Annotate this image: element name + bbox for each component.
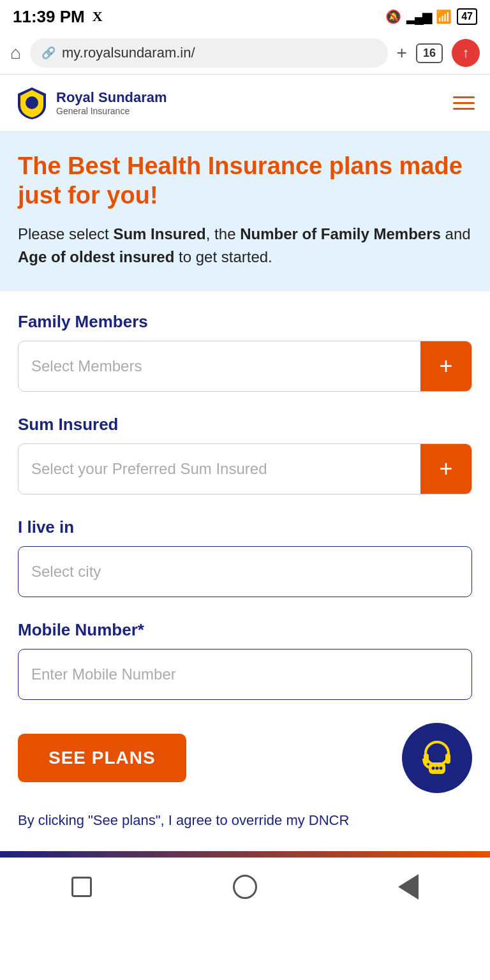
battery-icon: 47 — [457, 8, 477, 25]
svg-point-6 — [436, 767, 439, 770]
see-plans-button[interactable]: SEE PLANS — [18, 734, 186, 782]
members-select-field[interactable]: + — [18, 341, 472, 392]
logo-text: Royal Sundaram General Insurance — [56, 89, 167, 116]
hero-banner: The Best Health Insurance plans made jus… — [0, 131, 490, 292]
circle-icon — [233, 875, 257, 899]
chat-headset-icon — [415, 736, 459, 780]
svg-point-5 — [432, 767, 435, 770]
family-members-group: Family Members + — [18, 312, 472, 392]
hero-description: Please select Sum Insured, the Number of… — [18, 223, 472, 269]
logo-name: Royal Sundaram — [56, 89, 167, 106]
form-actions: SEE PLANS — [18, 723, 472, 793]
home-icon[interactable]: ⌂ — [10, 43, 21, 63]
svg-point-1 — [426, 742, 449, 765]
chat-widget-button[interactable] — [402, 723, 472, 793]
city-label: I live in — [18, 517, 472, 537]
city-input[interactable] — [18, 546, 472, 597]
wifi-icon: 📶 — [436, 9, 452, 24]
android-back-button[interactable] — [392, 871, 424, 903]
svg-rect-3 — [445, 754, 450, 764]
status-time: 11:39 PM — [13, 7, 85, 27]
form-area: Family Members + Sum Insured + I live in… — [0, 292, 490, 851]
sum-select-field[interactable]: + — [18, 443, 472, 494]
mobile-label: Mobile Number* — [18, 620, 472, 640]
status-bar: 11:39 PM X 🔕 ▂▄▆ 📶 47 — [0, 0, 490, 32]
android-nav-bar — [0, 858, 490, 914]
dncr-text: By clicking "See plans", I agree to over… — [18, 811, 472, 831]
bold-family-members: Number of Family Members — [240, 225, 441, 242]
bold-age-oldest: Age of oldest insured — [18, 248, 174, 265]
update-arrow-icon: ↑ — [463, 45, 470, 61]
hamburger-line-2 — [453, 102, 475, 104]
members-add-button[interactable]: + — [420, 341, 471, 391]
url-text: my.royalsundaram.in/ — [62, 45, 195, 61]
svg-point-7 — [440, 767, 443, 770]
android-recent-button[interactable] — [66, 871, 98, 903]
logo-area: Royal Sundaram General Insurance — [15, 86, 167, 119]
mute-icon: 🔕 — [385, 9, 401, 24]
new-tab-button[interactable]: + — [397, 43, 407, 63]
square-icon — [71, 877, 92, 897]
hero-title: The Best Health Insurance plans made jus… — [18, 152, 472, 210]
mobile-input[interactable] — [18, 649, 472, 700]
triangle-icon — [398, 874, 419, 900]
android-home-button[interactable] — [229, 871, 261, 903]
sum-plus-icon: + — [439, 457, 452, 480]
status-icons: 🔕 ▂▄▆ 📶 47 — [385, 8, 477, 25]
logo-shield-icon — [15, 86, 48, 119]
site-header: Royal Sundaram General Insurance — [0, 75, 490, 131]
url-box[interactable]: 🔗 my.royalsundaram.in/ — [30, 38, 388, 68]
svg-point-0 — [26, 96, 38, 109]
hamburger-line-1 — [453, 96, 475, 98]
url-security-icon: 🔗 — [41, 46, 56, 60]
logo-sub: General Insurance — [56, 106, 167, 116]
city-group: I live in — [18, 517, 472, 597]
sum-insured-label: Sum Insured — [18, 415, 472, 434]
plus-icon: + — [439, 355, 452, 378]
bold-sum-insured: Sum Insured — [113, 225, 205, 242]
browser-bar: ⌂ 🔗 my.royalsundaram.in/ + 16 ↑ — [0, 32, 490, 75]
sum-insured-group: Sum Insured + — [18, 415, 472, 494]
mobile-group: Mobile Number* — [18, 620, 472, 700]
family-members-label: Family Members — [18, 312, 472, 332]
x-logo-icon: X — [93, 8, 103, 25]
hamburger-menu[interactable] — [453, 96, 475, 110]
signal-icon: ▂▄▆ — [406, 9, 431, 24]
browser-update-button[interactable]: ↑ — [452, 39, 480, 67]
hamburger-line-3 — [453, 108, 475, 110]
tab-count[interactable]: 16 — [416, 43, 443, 63]
sum-add-button[interactable]: + — [420, 444, 471, 494]
bottom-color-bar — [0, 851, 490, 858]
sum-input[interactable] — [19, 444, 420, 494]
members-input[interactable] — [19, 341, 420, 391]
